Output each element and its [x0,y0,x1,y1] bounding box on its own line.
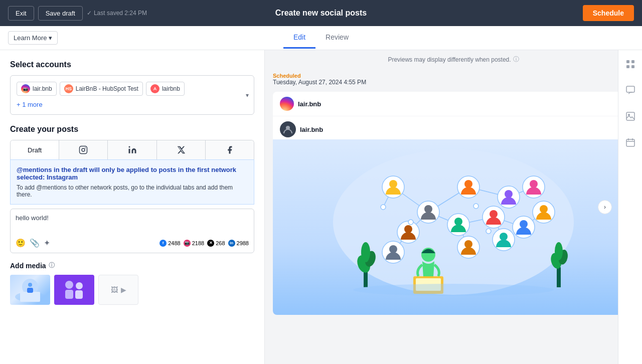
svg-point-70 [381,205,386,210]
svg-point-34 [464,180,472,188]
tab-review[interactable]: Review [315,27,359,49]
tab-edit[interactable]: Edit [283,27,315,49]
scheduled-time: Tuesday, August 27, 2024 4:55 PM [273,79,634,86]
preview-header: lair.bnb [273,92,634,116]
accounts-dropdown-arrow[interactable]: ▾ [246,92,249,99]
accounts-box: 📷 lair.bnb HS LairBnB - HubSpot Test A l… [10,75,254,115]
sub-header: Learn More ▾ Edit Review [0,26,642,50]
attachment-icon[interactable]: 📎 [30,238,40,248]
post-tab-facebook[interactable] [206,140,254,159]
svg-point-65 [555,242,563,260]
media-thumb-2[interactable] [54,275,94,305]
preview-post-header: lair.bnb ··· [273,116,634,139]
exit-button[interactable]: Exit [8,6,34,21]
twitter-char-count: ✕ 268 [207,240,225,247]
svg-point-54 [500,233,508,241]
post-text-box[interactable]: hello world! 🙂 📎 ✦ f 2488 📷 2188 [10,209,254,253]
account-name-airbnb: lairbnb [162,85,180,92]
svg-point-10 [65,281,73,289]
account-chip-airbnb[interactable]: A lairbnb [146,82,185,96]
more-accounts-link[interactable]: + 1 more [17,101,248,108]
preview-notice: Previews may display differently when po… [265,50,642,69]
linkedin-badge-circle: in [228,240,235,247]
page-title: Create new social posts [275,9,367,18]
linkedin-icon [128,145,137,154]
scheduled-info: Scheduled Tuesday, August 27, 2024 4:55 … [265,69,642,88]
post-tab-twitter[interactable] [157,140,206,159]
last-saved-text: Last saved 2:24 PM [94,10,147,17]
post-avatar-icon [283,124,293,134]
right-panel: Previews may display differently when po… [265,50,642,364]
preview-account-name: lair.bnb [298,100,321,108]
media-thumb-3[interactable]: 🖼 ▶ [98,275,138,305]
twitter-badge-circle: ✕ [207,240,214,247]
create-posts-section: Create your posts Draft [10,125,254,305]
svg-rect-71 [626,60,629,63]
save-draft-button[interactable]: Save draft [38,6,83,21]
sidebar-chat-button[interactable] [622,82,638,98]
sidebar-grid-button[interactable] [622,56,638,72]
add-media-info-icon[interactable]: ⓘ [49,261,55,270]
alert-body: To add @mentions to other network posts,… [17,184,248,198]
account-chip-hubspot[interactable]: HS LairBnB - HubSpot Test [60,82,143,96]
svg-rect-73 [626,65,629,68]
media-thumbs: 🖼 ▶ [10,275,254,305]
svg-rect-6 [20,292,40,302]
account-name-hubspot: LairBnB - HubSpot Test [76,85,138,92]
create-posts-title: Create your posts [10,125,254,134]
main-tabs: Edit Review [283,27,359,49]
svg-point-7 [28,283,32,287]
calendar-icon [625,137,635,147]
schedule-button[interactable]: Schedule [583,5,634,21]
network-illustration [318,147,589,307]
char-counts: f 2488 📷 2188 ✕ 268 in [159,240,249,247]
svg-point-30 [389,180,397,188]
svg-point-50 [389,245,397,253]
post-text-content[interactable]: hello world! [16,214,249,234]
svg-rect-76 [626,112,634,120]
twitter-x-icon [177,145,186,154]
chevron-down-icon: ▾ [49,34,52,42]
app-header: Exit Save draft ✓ Last saved 2:24 PM Cre… [0,0,642,26]
svg-point-66 [353,284,554,296]
svg-rect-11 [65,290,73,299]
account-name-lairbnb: lair.bnb [33,85,52,92]
post-tab-draft[interactable]: Draft [11,140,59,159]
svg-rect-62 [557,267,561,287]
svg-rect-75 [626,86,634,92]
post-name: lair.bnb [300,126,323,133]
preview-notice-text: Previews may display differently when po… [388,56,511,63]
grid-icon [625,59,635,69]
post-tab-instagram[interactable] [59,140,108,159]
media-thumb-2-image [56,275,92,305]
post-tab-linkedin[interactable] [108,140,156,159]
text-toolbar: 🙂 📎 ✦ f 2488 📷 2188 ✕ [16,238,249,248]
account-avatar-hubspot: HS [64,84,73,93]
svg-point-40 [404,225,412,233]
svg-point-69 [486,229,491,234]
video-placeholder-icon: ▶ [121,286,126,294]
ai-icon[interactable]: ✦ [44,238,50,248]
emoji-icon[interactable]: 🙂 [16,238,26,248]
post-tabs: Draft [10,140,254,159]
preview-info-icon[interactable]: ⓘ [513,55,519,64]
add-media-section: Add media ⓘ [10,261,254,305]
account-avatar-airbnb: A [150,84,159,93]
select-accounts-title: Select accounts [10,60,254,69]
learn-more-button[interactable]: Learn More ▾ [8,31,58,45]
preview-image [273,139,634,315]
svg-point-36 [505,190,513,198]
instagram-badge-circle: 📷 [184,240,191,247]
account-chip-lairbnb[interactable]: 📷 lair.bnb [17,82,57,96]
scheduled-label: Scheduled [273,73,634,79]
preview-next-button[interactable]: › [598,200,612,214]
sidebar-image-button[interactable] [622,108,638,124]
svg-rect-8 [27,288,33,293]
svg-point-42 [454,218,462,226]
sidebar-calendar-button[interactable] [622,134,638,150]
svg-point-1 [82,148,85,151]
account-avatar-instagram: 📷 [21,84,30,93]
svg-point-67 [408,220,413,225]
svg-rect-9 [56,275,92,305]
media-thumb-1[interactable] [10,275,50,305]
